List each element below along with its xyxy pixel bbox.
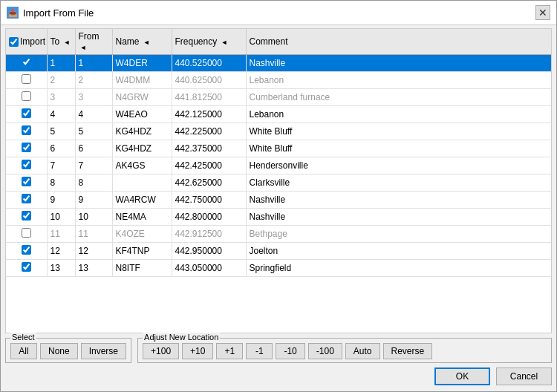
import-cell[interactable] xyxy=(6,226,47,243)
import-cell[interactable] xyxy=(6,157,47,174)
table-row[interactable]: 99WA4RCW442.750000Nashville xyxy=(6,192,551,209)
table-header-row: Import ◄ To ◄ From ◄ xyxy=(6,29,551,55)
cancel-button[interactable]: Cancel xyxy=(496,368,552,385)
table-row[interactable]: 66KG4HDZ442.375000White Bluff xyxy=(6,140,551,157)
import-cell[interactable] xyxy=(6,192,47,209)
reverse-button[interactable]: Reverse xyxy=(383,343,433,359)
table-row[interactable]: 1212KF4TNP442.950000Joelton xyxy=(6,243,551,260)
comment-cell: Cumberland furnace xyxy=(246,89,551,106)
row-checkbox[interactable] xyxy=(22,91,31,101)
name-cell: W4DER xyxy=(112,55,172,72)
table-row[interactable]: 77AK4GS442.425000Hendersonville xyxy=(6,157,551,174)
to-cell: 10 xyxy=(47,209,75,226)
from-cell: 6 xyxy=(75,140,112,157)
import-cell[interactable] xyxy=(6,209,47,226)
minus100-button[interactable]: -100 xyxy=(308,343,342,359)
select-none-button[interactable]: None xyxy=(40,343,78,359)
frequency-cell: 443.050000 xyxy=(172,260,246,277)
row-checkbox[interactable] xyxy=(22,125,31,135)
from-cell: 10 xyxy=(75,209,112,226)
from-cell: 12 xyxy=(75,243,112,260)
app-icon: 📥 xyxy=(7,7,19,19)
import-cell[interactable] xyxy=(6,123,47,140)
comment-cell: Nashville xyxy=(246,192,551,209)
row-checkbox[interactable] xyxy=(22,262,31,272)
minus10-button[interactable]: -10 xyxy=(276,343,304,359)
table-row[interactable]: 88442.625000Clarksville xyxy=(6,174,551,192)
to-cell: 8 xyxy=(47,174,75,192)
from-cell: 1 xyxy=(75,55,112,72)
row-checkbox[interactable] xyxy=(22,74,31,84)
auto-button[interactable]: Auto xyxy=(345,343,380,359)
name-cell: AK4GS xyxy=(112,157,172,174)
frequency-cell: 442.625000 xyxy=(172,174,246,192)
plus10-button[interactable]: +10 xyxy=(182,343,213,359)
col-header-frequency[interactable]: Frequency ◄ xyxy=(172,29,246,55)
from-cell: 13 xyxy=(75,260,112,277)
comment-cell: Nashville xyxy=(246,209,551,226)
row-checkbox[interactable] xyxy=(22,143,31,152)
table-row[interactable]: 1313N8ITF443.050000Springfield xyxy=(6,260,551,277)
name-cell: KF4TNP xyxy=(112,243,172,260)
name-cell: W4DMM xyxy=(112,72,172,89)
from-cell: 3 xyxy=(75,89,112,106)
col-header-import[interactable]: Import ◄ xyxy=(6,29,47,55)
name-cell: KG4HDZ xyxy=(112,140,172,157)
plus1-button[interactable]: +1 xyxy=(216,343,243,359)
import-cell[interactable] xyxy=(6,89,47,106)
to-cell: 12 xyxy=(47,243,75,260)
table-scroll-body[interactable]: 11W4DER440.525000Nashville22W4DMM440.625… xyxy=(6,55,551,333)
select-inverse-button[interactable]: Inverse xyxy=(81,343,126,359)
plus100-button[interactable]: +100 xyxy=(143,343,179,359)
table-row[interactable]: 1111K4OZE442.912500Bethpage xyxy=(6,226,551,243)
minus1-button[interactable]: -1 xyxy=(246,343,273,359)
from-cell: 2 xyxy=(75,72,112,89)
row-checkbox[interactable] xyxy=(22,211,31,220)
frequency-cell: 442.225000 xyxy=(172,123,246,140)
select-all-checkbox[interactable] xyxy=(9,37,19,47)
to-cell: 5 xyxy=(47,123,75,140)
row-checkbox[interactable] xyxy=(22,57,31,67)
col-header-from[interactable]: From ◄ xyxy=(75,29,112,55)
col-header-name[interactable]: Name ◄ xyxy=(112,29,172,55)
col-header-comment[interactable]: Comment xyxy=(246,29,551,55)
from-cell: 5 xyxy=(75,123,112,140)
row-checkbox[interactable] xyxy=(22,245,31,255)
from-cell: 7 xyxy=(75,157,112,174)
table-row[interactable]: 55KG4HDZ442.225000White Bluff xyxy=(6,123,551,140)
table-row[interactable]: 1010NE4MA442.800000Nashville xyxy=(6,209,551,226)
frequency-cell: 442.375000 xyxy=(172,140,246,157)
col-header-to[interactable]: To ◄ xyxy=(47,29,75,55)
comment-cell: Joelton xyxy=(246,243,551,260)
name-cell: NE4MA xyxy=(112,209,172,226)
frequency-cell: 442.912500 xyxy=(172,226,246,243)
select-all-button[interactable]: All xyxy=(10,343,37,359)
data-table-container: Import ◄ To ◄ From ◄ xyxy=(5,28,552,333)
row-checkbox[interactable] xyxy=(22,194,31,203)
import-cell[interactable] xyxy=(6,106,47,123)
table-row[interactable]: 44W4EAO442.125000Lebanon xyxy=(6,106,551,123)
table-row[interactable]: 11W4DER440.525000Nashville xyxy=(6,55,551,72)
import-cell[interactable] xyxy=(6,260,47,277)
row-checkbox[interactable] xyxy=(22,228,31,238)
from-cell: 8 xyxy=(75,174,112,192)
comment-cell: Lebanon xyxy=(246,72,551,89)
import-cell[interactable] xyxy=(6,140,47,157)
title-bar-left: 📥 Import From File xyxy=(7,7,94,19)
ok-cancel-row: OK Cancel xyxy=(5,368,552,385)
to-cell: 3 xyxy=(47,89,75,106)
import-cell[interactable] xyxy=(6,243,47,260)
row-checkbox[interactable] xyxy=(22,160,31,169)
row-checkbox[interactable] xyxy=(22,177,31,186)
ok-button[interactable]: OK xyxy=(434,368,490,385)
groups-row: Select All None Inverse Adjust New Locat… xyxy=(5,338,552,363)
table-row[interactable]: 22W4DMM440.625000Lebanon xyxy=(6,72,551,89)
frequency-cell: 442.750000 xyxy=(172,192,246,209)
select-group-label: Select xyxy=(10,333,36,342)
import-cell[interactable] xyxy=(6,174,47,192)
row-checkbox[interactable] xyxy=(22,108,31,118)
table-row[interactable]: 33N4GRW441.812500Cumberland furnace xyxy=(6,89,551,106)
import-cell[interactable] xyxy=(6,55,47,72)
import-cell[interactable] xyxy=(6,72,47,89)
close-button[interactable]: ✕ xyxy=(535,5,550,20)
